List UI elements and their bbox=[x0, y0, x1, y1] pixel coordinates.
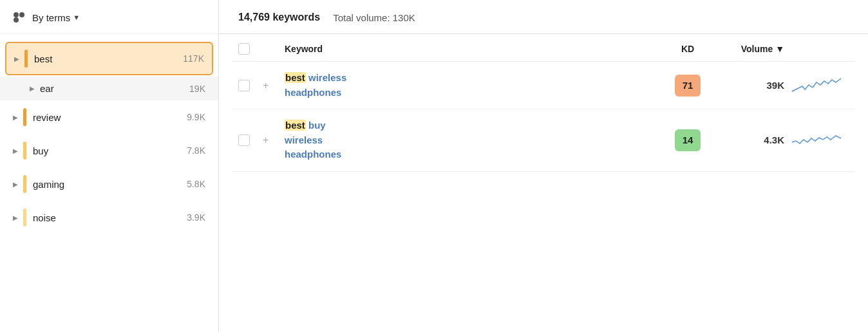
row1-volume: 39K bbox=[720, 80, 784, 91]
term-name-gaming: gaming bbox=[33, 179, 187, 190]
row2-trend bbox=[791, 128, 849, 152]
row2-checkbox[interactable] bbox=[238, 134, 250, 146]
term-arrow-buy: ▶ bbox=[13, 147, 18, 154]
term-item-review[interactable]: ▶ review 9.9K bbox=[0, 100, 218, 134]
select-all-checkbox[interactable] bbox=[238, 43, 250, 55]
term-name-buy: buy bbox=[33, 145, 187, 156]
term-item-noise[interactable]: ▶ noise 3.9K bbox=[0, 201, 218, 234]
add-icon[interactable]: + bbox=[263, 134, 269, 145]
term-name-best: best bbox=[34, 53, 183, 64]
row1-checkbox[interactable] bbox=[238, 80, 250, 91]
term-color-bar-buy bbox=[23, 142, 26, 160]
row1-sparkline bbox=[791, 73, 842, 95]
term-item-buy[interactable]: ▶ buy 7.8K bbox=[0, 134, 218, 167]
col-header-kd: KD bbox=[662, 44, 713, 54]
term-volume-gaming: 5.8K bbox=[187, 179, 205, 189]
term-arrow-noise: ▶ bbox=[13, 214, 18, 221]
term-item-ear[interactable]: ▶ ear 19K bbox=[0, 77, 218, 100]
right-header: 14,769 keywords Total volume: 130K bbox=[219, 0, 868, 34]
term-color-bar-review bbox=[23, 108, 26, 126]
term-name-noise: noise bbox=[33, 212, 187, 223]
row1-keyword: best wirelessheadphones bbox=[285, 71, 656, 100]
add-icon[interactable]: + bbox=[263, 80, 269, 91]
row1-plus-btn[interactable]: + bbox=[263, 80, 278, 91]
volume-label: Volume bbox=[741, 44, 775, 54]
svg-point-1 bbox=[19, 12, 24, 17]
term-name-review: review bbox=[33, 112, 187, 123]
left-panel: By terms ▼ ▶ best 117K ▶ ear 19K ▶ re bbox=[0, 0, 219, 332]
term-item-gaming[interactable]: ▶ gaming 5.8K bbox=[0, 167, 218, 201]
header-checkbox bbox=[238, 43, 256, 55]
term-arrow-gaming: ▶ bbox=[13, 181, 18, 188]
col-header-volume[interactable]: Volume ▼ bbox=[720, 44, 784, 54]
keyword-table: Keyword KD Volume ▼ + best wirele bbox=[219, 34, 868, 172]
col-header-keyword: Keyword bbox=[285, 44, 656, 54]
term-list: ▶ best 117K ▶ ear 19K ▶ review 9.9K ▶ bbox=[0, 34, 218, 241]
term-volume-noise: 3.9K bbox=[187, 212, 205, 223]
row2-keyword-link[interactable]: best buywirelessheadphones bbox=[285, 120, 341, 160]
term-volume-best: 117K bbox=[183, 53, 204, 64]
row2-keyword: best buywirelessheadphones bbox=[285, 118, 656, 162]
total-volume: Total volume: 130K bbox=[333, 12, 415, 23]
by-terms-header[interactable]: By terms ▼ bbox=[0, 0, 218, 34]
term-color-bar-best bbox=[24, 50, 28, 68]
row2-plus-btn[interactable]: + bbox=[263, 134, 278, 146]
row1-checkbox-cell bbox=[238, 80, 256, 91]
svg-point-2 bbox=[14, 17, 19, 23]
table-header-row: Keyword KD Volume ▼ bbox=[232, 34, 855, 62]
row2-volume: 4.3K bbox=[720, 134, 784, 145]
right-panel: 14,769 keywords Total volume: 130K Keywo… bbox=[219, 0, 868, 332]
row2-sparkline bbox=[791, 128, 842, 150]
by-terms-dropdown-arrow: ▼ bbox=[73, 14, 80, 21]
volume-sort-icon: ▼ bbox=[775, 44, 784, 54]
by-terms-icon bbox=[13, 12, 27, 23]
row2-checkbox-cell bbox=[238, 134, 256, 146]
row2-keyword-highlight: best bbox=[285, 120, 306, 131]
row2-kd-cell: 14 bbox=[662, 129, 713, 151]
row1-keyword-link[interactable]: best wirelessheadphones bbox=[285, 72, 346, 98]
term-name-ear: ear bbox=[40, 83, 189, 94]
row1-keyword-highlight: best bbox=[285, 72, 306, 83]
table-row: + best wirelessheadphones 71 39K bbox=[232, 62, 855, 109]
row1-kd-badge: 71 bbox=[675, 75, 701, 97]
term-volume-ear: 19K bbox=[189, 84, 205, 94]
keywords-count: 14,769 keywords bbox=[238, 12, 320, 23]
svg-point-0 bbox=[14, 12, 19, 17]
term-arrow-review: ▶ bbox=[13, 114, 18, 121]
term-arrow-best: ▶ bbox=[14, 55, 19, 62]
row1-trend bbox=[791, 73, 849, 97]
table-row: + best buywirelessheadphones 14 4.3K bbox=[232, 109, 855, 172]
term-item-best[interactable]: ▶ best 117K bbox=[5, 42, 213, 75]
term-arrow-ear: ▶ bbox=[30, 85, 35, 92]
term-volume-review: 9.9K bbox=[187, 112, 205, 122]
row1-kd-cell: 71 bbox=[662, 75, 713, 97]
term-volume-buy: 7.8K bbox=[187, 145, 205, 156]
row2-kd-badge: 14 bbox=[675, 129, 701, 151]
term-color-bar-noise bbox=[23, 208, 26, 226]
by-terms-label: By terms bbox=[32, 12, 70, 23]
term-color-bar-gaming bbox=[23, 175, 26, 193]
